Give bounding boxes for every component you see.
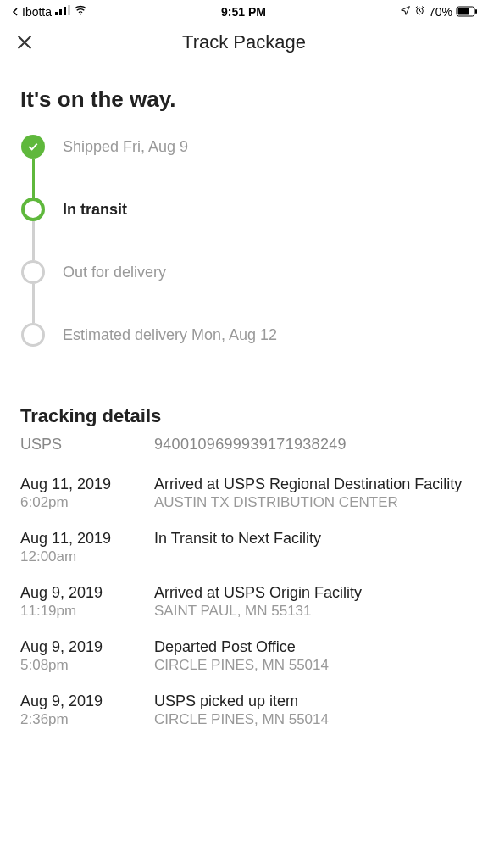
battery-percent: 70% [429,5,452,19]
svg-rect-3 [68,5,70,15]
close-icon [15,33,34,52]
timeline-connector [32,284,35,323]
timeline-connector [32,221,35,260]
event-status: Arrived at USPS Regional Destination Fac… [154,476,468,493]
tracking-details-title: Tracking details [20,405,468,427]
back-chevron-icon [10,7,20,17]
status-left: Ibotta [10,3,87,19]
svg-point-4 [80,14,81,15]
event-status: Departed Post Office [154,638,468,656]
timeline-step-shipped: Shipped Fri, Aug 9 [20,135,468,159]
tracking-number[interactable]: 9400109699939171938249 [154,436,347,453]
tracking-event: Aug 9, 2019 11:19pm Arrived at USPS Orig… [20,584,468,620]
back-to-app[interactable]: Ibotta [10,5,52,19]
carrier-name: USPS [20,436,154,453]
location-icon [400,5,411,19]
page-title: Track Package [182,31,306,53]
wifi-icon [74,3,87,19]
status-bar: Ibotta 9:51 PM 70% [0,0,488,23]
timeline-step-out-for-delivery: Out for delivery [20,260,468,284]
tracking-event: Aug 11, 2019 6:02pm Arrived at USPS Regi… [20,476,468,511]
event-date: Aug 9, 2019 [20,584,154,602]
event-time: 2:36pm [20,711,154,728]
event-location: CIRCLE PINES, MN 55014 [154,657,468,674]
status-right: 70% [400,5,478,19]
event-time: 12:00am [20,548,154,565]
tracking-events: Aug 11, 2019 6:02pm Arrived at USPS Regi… [20,476,468,728]
event-date: Aug 9, 2019 [20,638,154,656]
event-status: In Transit to Next Facility [154,530,468,548]
tracking-event: Aug 9, 2019 2:36pm USPS picked up item C… [20,693,468,728]
headline: It's on the way. [20,86,468,113]
event-time: 6:02pm [20,494,154,511]
close-button[interactable] [15,33,34,52]
content: It's on the way. Shipped Fri, Aug 9 In t… [0,64,488,728]
event-time: 5:08pm [20,657,154,674]
svg-rect-0 [55,12,58,15]
tracking-event: Aug 11, 2019 12:00am In Transit to Next … [20,530,468,565]
timeline-connector [32,159,35,198]
alarm-icon [414,5,425,19]
svg-rect-1 [59,9,62,15]
nav-bar: Track Package [0,23,488,64]
step-dot-pending [21,323,45,347]
event-date: Aug 11, 2019 [20,530,154,548]
timeline: Shipped Fri, Aug 9 In transit Out for de… [20,135,468,347]
svg-rect-8 [475,9,477,14]
signal-icon [55,5,70,18]
event-location: AUSTIN TX DISTRIBUTION CENTER [154,494,468,511]
step-label: Out for delivery [63,264,166,281]
step-dot-pending [21,260,45,284]
back-app-label: Ibotta [22,5,52,19]
step-label: Estimated delivery Mon, Aug 12 [63,326,277,344]
svg-rect-2 [64,7,66,15]
checkmark-icon [26,140,40,153]
carrier-row: USPS 9400109699939171938249 [20,436,468,453]
event-location: SAINT PAUL, MN 55131 [154,603,468,620]
timeline-step-estimated: Estimated delivery Mon, Aug 12 [20,323,468,347]
event-location: CIRCLE PINES, MN 55014 [154,711,468,728]
event-time: 11:19pm [20,603,154,620]
step-dot-current [21,198,45,221]
event-status: Arrived at USPS Origin Facility [154,584,468,602]
event-status: USPS picked up item [154,693,468,710]
battery-icon [456,6,478,17]
step-dot-done [21,135,45,159]
step-label: In transit [63,201,127,219]
step-label: Shipped Fri, Aug 9 [63,138,188,156]
section-divider [0,381,488,381]
status-time: 9:51 PM [221,5,266,19]
timeline-step-in-transit: In transit [20,198,468,221]
svg-rect-7 [458,8,469,15]
event-date: Aug 9, 2019 [20,693,154,710]
event-date: Aug 11, 2019 [20,476,154,493]
tracking-event: Aug 9, 2019 5:08pm Departed Post Office … [20,638,468,674]
